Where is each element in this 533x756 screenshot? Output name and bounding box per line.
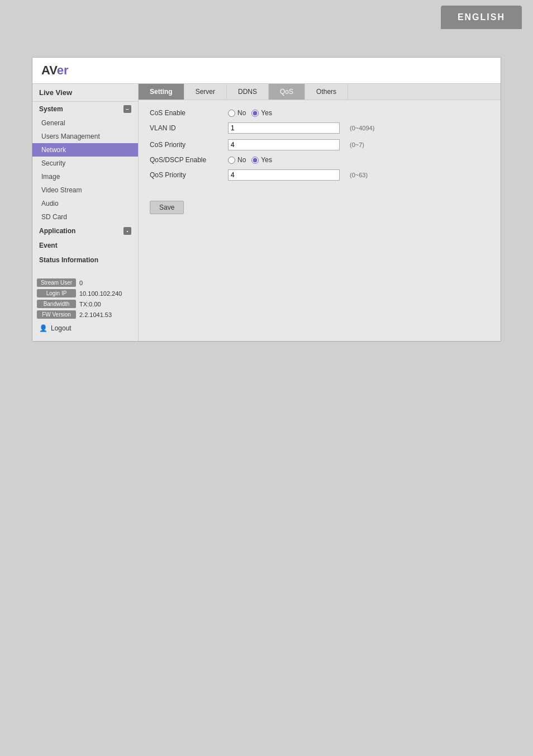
sidebar-item-status[interactable]: Status Information <box>32 253 138 267</box>
tabs-bar: Setting Server DDNS QoS Others <box>139 84 501 100</box>
cos-priority-value: (0~7) <box>228 139 364 150</box>
vlan-id-input[interactable] <box>228 122 340 134</box>
sidebar: Live View System − General Users Managem… <box>32 84 139 341</box>
fw-version-row: FW Version 2.2.1041.53 <box>37 310 134 319</box>
vlan-id-row: VLAN ID (0~4094) <box>150 122 489 134</box>
settings-content: CoS Enable No Yes VLAN ID <box>139 100 501 195</box>
qos-dscp-yes-radio[interactable] <box>251 157 259 164</box>
logo-bar: AVer <box>32 58 501 84</box>
qos-dscp-yes[interactable]: Yes <box>251 156 272 164</box>
top-header: ENGLISH <box>0 0 533 35</box>
sidebar-item-event[interactable]: Event <box>32 238 138 253</box>
qos-priority-value: (0~63) <box>228 169 368 181</box>
qos-priority-input[interactable] <box>228 169 340 181</box>
cos-priority-row: CoS Priority (0~7) <box>150 139 489 150</box>
tab-ddns[interactable]: DDNS <box>227 84 269 100</box>
login-ip-value: 10.100.102.240 <box>79 290 122 297</box>
login-ip-label: Login IP <box>37 289 76 297</box>
sidebar-item-network[interactable]: Network <box>32 143 138 157</box>
cos-enable-label: CoS Enable <box>150 109 228 117</box>
cos-priority-input[interactable] <box>228 139 340 150</box>
save-button[interactable]: Save <box>150 201 184 214</box>
fw-version-value: 2.2.1041.53 <box>79 311 112 318</box>
logo-er: er <box>57 63 69 77</box>
qos-dscp-no-label: No <box>237 156 246 164</box>
qos-priority-range: (0~63) <box>350 172 368 178</box>
vlan-id-value: (0~4094) <box>228 122 374 134</box>
stream-user-value: 0 <box>79 280 83 286</box>
stream-user-label: Stream User <box>37 278 76 287</box>
sidebar-item-users-management[interactable]: Users Management <box>32 130 138 143</box>
sidebar-item-general[interactable]: General <box>32 116 138 130</box>
logout-button[interactable]: 👤 Logout <box>32 321 138 336</box>
fw-version-label: FW Version <box>37 310 76 319</box>
tab-setting[interactable]: Setting <box>139 84 184 100</box>
bandwidth-row: Bandwidth TX:0.00 <box>37 300 134 308</box>
tab-server[interactable]: Server <box>184 84 227 100</box>
app-logo: AVer <box>41 63 69 77</box>
sidebar-item-video-stream[interactable]: Video Stream <box>32 183 138 197</box>
logout-label: Logout <box>51 324 72 332</box>
sidebar-info: Stream User 0 Login IP 10.100.102.240 Ba… <box>32 278 138 319</box>
qos-dscp-enable-row: QoS/DSCP Enable No Yes <box>150 156 489 164</box>
logo-av: AV <box>41 63 57 77</box>
cos-enable-row: CoS Enable No Yes <box>150 109 489 117</box>
cos-enable-no[interactable]: No <box>228 109 246 117</box>
sidebar-item-image[interactable]: Image <box>32 170 138 183</box>
cos-priority-range: (0~7) <box>350 141 364 148</box>
cos-priority-label: CoS Priority <box>150 141 228 149</box>
language-badge: ENGLISH <box>441 6 522 29</box>
sidebar-system-label: System <box>39 105 63 113</box>
vlan-id-range: (0~4094) <box>350 125 374 131</box>
main-panel: Setting Server DDNS QoS Others CoS Enabl… <box>139 84 501 341</box>
logout-icon: 👤 <box>39 324 47 332</box>
cos-enable-yes-label: Yes <box>261 109 272 117</box>
tab-qos[interactable]: QoS <box>269 84 305 100</box>
cos-enable-yes-radio[interactable] <box>251 110 259 117</box>
sidebar-application-label: Application <box>39 227 75 235</box>
save-btn-row: Save <box>139 195 501 222</box>
sidebar-item-audio[interactable]: Audio <box>32 197 138 210</box>
app-window: AVer Live View System − General Users Ma… <box>32 57 501 342</box>
tab-others[interactable]: Others <box>305 84 348 100</box>
sidebar-item-sd-card[interactable]: SD Card <box>32 210 138 224</box>
sidebar-section-system[interactable]: System − <box>32 102 138 116</box>
bandwidth-value: TX:0.00 <box>79 301 101 308</box>
qos-priority-row: QoS Priority (0~63) <box>150 169 489 181</box>
qos-priority-label: QoS Priority <box>150 171 228 179</box>
qos-dscp-enable-value: No Yes <box>228 156 272 164</box>
sidebar-live-view[interactable]: Live View <box>32 84 138 102</box>
qos-dscp-yes-label: Yes <box>261 156 272 164</box>
vlan-id-label: VLAN ID <box>150 124 228 132</box>
cos-enable-yes[interactable]: Yes <box>251 109 272 117</box>
sidebar-section-application[interactable]: Application • <box>32 224 138 238</box>
content-area: Live View System − General Users Managem… <box>32 84 501 341</box>
application-expand-icon[interactable]: • <box>123 227 131 235</box>
cos-enable-no-radio[interactable] <box>228 110 235 117</box>
bandwidth-label: Bandwidth <box>37 300 76 308</box>
qos-dscp-no[interactable]: No <box>228 156 246 164</box>
qos-dscp-enable-label: QoS/DSCP Enable <box>150 156 228 164</box>
cos-enable-no-label: No <box>237 109 246 117</box>
stream-user-row: Stream User 0 <box>37 278 134 287</box>
qos-dscp-no-radio[interactable] <box>228 157 235 164</box>
cos-enable-value: No Yes <box>228 109 272 117</box>
login-ip-row: Login IP 10.100.102.240 <box>37 289 134 297</box>
system-collapse-icon[interactable]: − <box>123 105 131 113</box>
sidebar-item-security[interactable]: Security <box>32 157 138 170</box>
